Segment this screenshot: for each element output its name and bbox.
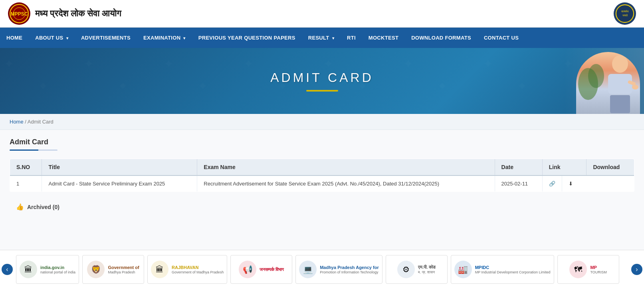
footer-logo-card[interactable]: 💻Madhya Pradesh Agency forPromotion of I… bbox=[295, 255, 382, 284]
svg-point-8 bbox=[612, 55, 628, 73]
site-title: मध्य प्रदेश लोक सेवा आयोग bbox=[35, 8, 121, 19]
footer-logo-icon: 💻 bbox=[299, 261, 317, 278]
section-title: Admit Card bbox=[10, 138, 634, 146]
footer-logo-sub: TOURISM bbox=[590, 270, 606, 274]
footer-logo-sub: Promotion of Information Technology bbox=[320, 270, 379, 274]
link-cell[interactable]: 🔗 bbox=[543, 176, 562, 191]
footer-logo-card[interactable]: 🏭MPIDCMP Industrial Development Corporat… bbox=[451, 255, 554, 284]
footer-logo-card[interactable]: 🗺MPTOURISM bbox=[557, 255, 619, 284]
footer-logo-sub: MP Industrial Development Corporation Li… bbox=[475, 270, 551, 274]
nav-arrow-icon: ▾ bbox=[65, 36, 68, 40]
footer-logo-name: RAJBHAVAN bbox=[172, 265, 224, 270]
svg-text:सत्यमेव: सत्यमेव bbox=[621, 10, 629, 13]
nav-link-previous-year-question-papers[interactable]: PREVIOUS YEAR QUESTION PAPERS bbox=[192, 28, 302, 48]
footer-logo-card[interactable]: 🏛india.gov.innational portal of india bbox=[16, 255, 79, 284]
svg-text:जयते: जयते bbox=[622, 14, 628, 17]
footer-logo-text: एम.पी. कोडम. प्र. शासन bbox=[418, 264, 436, 274]
col-download: Download bbox=[587, 159, 634, 176]
banner: ADMIT CARD bbox=[0, 48, 644, 114]
footer-logo-text: MPTOURISM bbox=[590, 265, 606, 274]
nav-item-download-formats: DOWNLOAD FORMATS bbox=[405, 28, 478, 48]
nav-link-rti[interactable]: RTI bbox=[341, 28, 362, 48]
col-exam-name: Exam Name bbox=[197, 159, 495, 176]
footer-logo-text: Government ofMadhya Pradesh bbox=[108, 265, 139, 274]
top-header: MPPSC मध्य प्रदेश लोक सेवा आयोग सत्यमेव … bbox=[0, 0, 644, 28]
footer-logo-name: Government of bbox=[108, 265, 139, 270]
footer-logo-icon: 🏭 bbox=[454, 261, 472, 278]
nav-item-contact-us: CONTACT US bbox=[478, 28, 525, 48]
nav-link-examination[interactable]: EXAMINATION ▾ bbox=[137, 28, 192, 48]
footer-logo-icon: 📢 bbox=[239, 261, 256, 278]
svg-text:MPPSC: MPPSC bbox=[11, 11, 28, 17]
sno-cell: 1 bbox=[10, 175, 42, 192]
table-body: 1Admit Card - State Service Preliminary … bbox=[10, 175, 634, 192]
nav-item-home: HOME bbox=[0, 28, 29, 48]
col-date: Date bbox=[495, 159, 542, 176]
footer-logo-icon: 🦁 bbox=[87, 261, 105, 278]
col-link: Link bbox=[542, 159, 587, 176]
footer-logos: ‹ 🏛india.gov.innational portal of india🦁… bbox=[0, 250, 644, 289]
archived-section[interactable]: 👍 Archived (0) bbox=[10, 198, 634, 215]
footer-logos-scroll: 🏛india.gov.innational portal of india🦁Go… bbox=[0, 255, 635, 284]
footer-logo-text: जनसम्पर्क विभाग bbox=[260, 267, 284, 272]
nav-link-contact-us[interactable]: CONTACT US bbox=[478, 28, 525, 48]
nav-link-result[interactable]: RESULT ▾ bbox=[302, 28, 341, 48]
footer-logo-icon: 🏛 bbox=[151, 261, 168, 278]
footer-logo-text: MPIDCMP Industrial Development Corporati… bbox=[475, 265, 551, 274]
nav-item-about-us: ABOUT US ▾ bbox=[29, 28, 75, 48]
title-cell: Admit Card - State Service Preliminary E… bbox=[42, 175, 197, 192]
person-figure bbox=[576, 52, 640, 114]
footer-logo-text: RAJBHAVANGovernment of Madhya Pradesh bbox=[172, 265, 224, 274]
table-header-row: S.NOTitleExam NameDateLinkDownload bbox=[10, 159, 634, 176]
section-underline bbox=[10, 149, 57, 151]
svg-rect-10 bbox=[610, 95, 630, 113]
breadcrumb: Home / Admit Card bbox=[0, 114, 644, 130]
table-head: S.NOTitleExam NameDateLinkDownload bbox=[10, 159, 634, 176]
nav-item-previous-year-question-papers: PREVIOUS YEAR QUESTION PAPERS bbox=[192, 28, 302, 48]
footer-logo-card[interactable]: 🦁Government ofMadhya Pradesh bbox=[82, 255, 144, 284]
footer-logo-card[interactable]: 📢जनसम्पर्क विभाग bbox=[230, 255, 292, 284]
nav-item-examination: EXAMINATION ▾ bbox=[137, 28, 192, 48]
nav-arrow-icon: ▾ bbox=[331, 36, 334, 40]
main-content: Admit Card S.NOTitleExam NameDateLinkDow… bbox=[0, 130, 644, 250]
banner-person bbox=[564, 48, 644, 114]
footer-logo-sub: national portal of india bbox=[40, 270, 75, 274]
table-row: 1Admit Card - State Service Preliminary … bbox=[10, 175, 634, 192]
footer-logo-sub: Government of Madhya Pradesh bbox=[172, 270, 224, 274]
footer-logo-name: जनसम्पर्क विभाग bbox=[260, 267, 284, 272]
footer-logo-text: Madhya Pradesh Agency forPromotion of In… bbox=[320, 265, 379, 274]
col-title: Title bbox=[42, 159, 197, 176]
footer-logo-sub: Madhya Pradesh bbox=[108, 270, 139, 274]
date-cell: 2025-02-11 bbox=[495, 175, 542, 192]
nav-link-advertisements[interactable]: ADVERTISEMENTS bbox=[75, 28, 137, 48]
scroll-left-button[interactable]: ‹ bbox=[2, 264, 13, 275]
svg-rect-9 bbox=[608, 74, 632, 94]
footer-logo-card[interactable]: 🏛RAJBHAVANGovernment of Madhya Pradesh bbox=[147, 255, 227, 284]
admit-card-table: S.NOTitleExam NameDateLinkDownload 1Admi… bbox=[10, 159, 634, 192]
nav-link-about-us[interactable]: ABOUT US ▾ bbox=[29, 28, 75, 48]
footer-logo-text: india.gov.innational portal of india bbox=[40, 265, 75, 274]
download-cell[interactable]: ⬇ bbox=[562, 176, 579, 191]
footer-logo-name: एम.पी. कोड bbox=[418, 264, 436, 270]
footer-logo-name: india.gov.in bbox=[40, 265, 75, 270]
scroll-right-button[interactable]: › bbox=[631, 264, 642, 275]
nav-link-mocktest[interactable]: MOCKTEST bbox=[362, 28, 405, 48]
logo-area: MPPSC मध्य प्रदेश लोक सेवा आयोग bbox=[8, 2, 121, 25]
archived-label: Archived (0) bbox=[27, 204, 59, 210]
nav-item-advertisements: ADVERTISEMENTS bbox=[75, 28, 137, 48]
breadcrumb-current: Admit Card bbox=[28, 119, 54, 125]
banner-title: ADMIT CARD bbox=[270, 70, 374, 85]
svg-point-12 bbox=[632, 85, 638, 90]
nav-link-home[interactable]: HOME bbox=[0, 28, 29, 48]
footer-logo-card[interactable]: ⚙एम.पी. कोडम. प्र. शासन bbox=[386, 255, 448, 284]
col-s.no: S.NO bbox=[10, 159, 42, 176]
footer-logo-name: MPIDC bbox=[475, 265, 551, 270]
banner-title-area: ADMIT CARD bbox=[270, 70, 374, 92]
breadcrumb-home[interactable]: Home bbox=[10, 119, 24, 125]
footer-logo-name: Madhya Pradesh Agency for bbox=[320, 265, 379, 270]
nav-item-result: RESULT ▾ bbox=[302, 28, 341, 48]
nav-arrow-icon: ▾ bbox=[182, 36, 185, 40]
nav-link-download-formats[interactable]: DOWNLOAD FORMATS bbox=[405, 28, 478, 48]
nav-item-mocktest: MOCKTEST bbox=[362, 28, 405, 48]
banner-underline bbox=[306, 90, 338, 92]
